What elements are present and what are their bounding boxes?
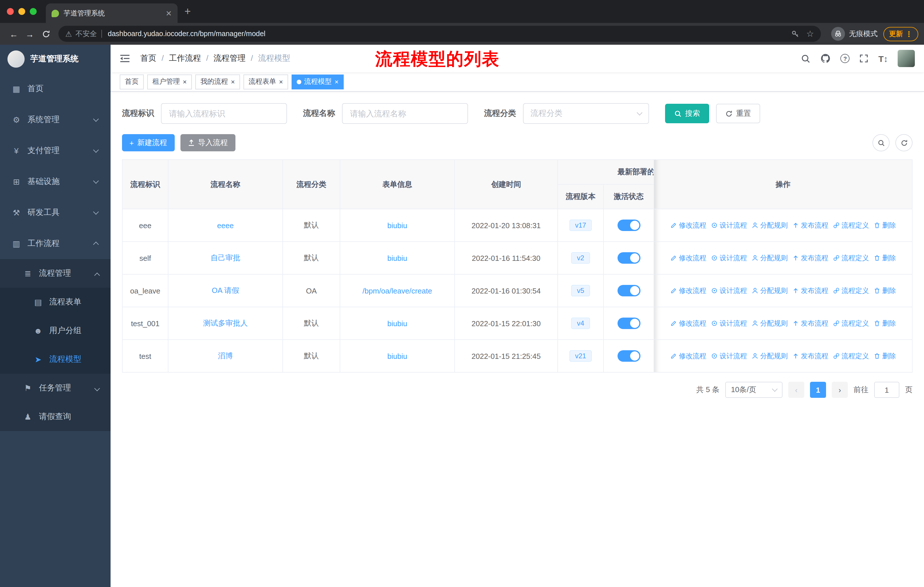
action-design[interactable]: 设计流程: [711, 351, 747, 361]
bookmark-star-icon[interactable]: ☆: [806, 29, 814, 39]
toggle-search-button[interactable]: [873, 134, 889, 151]
action-assign-rule[interactable]: 分配规则: [752, 318, 788, 328]
breadcrumb-process-manage[interactable]: 流程管理: [214, 53, 258, 64]
process-category-select[interactable]: 流程分类: [523, 103, 649, 124]
tag-close-icon[interactable]: ×: [279, 78, 283, 85]
action-delete[interactable]: 删除: [874, 318, 896, 328]
action-publish[interactable]: 发布流程: [792, 253, 828, 263]
process-name-link[interactable]: OA 请假: [212, 286, 239, 294]
import-process-button[interactable]: 导入流程: [180, 134, 235, 151]
action-modify[interactable]: 修改流程: [670, 286, 706, 296]
tag-tenant[interactable]: 租户管理×: [147, 74, 192, 89]
action-publish[interactable]: 发布流程: [792, 351, 828, 361]
page-size-select[interactable]: 10条/页: [725, 382, 782, 398]
browser-menu-icon[interactable]: ⋮: [905, 30, 912, 38]
fullscreen-button[interactable]: [860, 54, 869, 63]
sidebar-item-payment[interactable]: ¥支付管理: [0, 135, 111, 166]
sidebar-item-process-manage[interactable]: ≣流程管理: [0, 259, 111, 288]
active-toggle[interactable]: [617, 220, 640, 231]
action-definition[interactable]: 流程定义: [833, 318, 869, 328]
sidebar-item-workflow[interactable]: ▥工作流程: [0, 228, 111, 259]
tag-process-model[interactable]: 流程模型×: [292, 74, 344, 89]
password-key-icon[interactable]: [791, 30, 799, 38]
next-page-button[interactable]: ›: [832, 382, 848, 398]
zoom-window-button[interactable]: [30, 8, 37, 15]
action-modify[interactable]: 修改流程: [670, 253, 706, 263]
minimize-window-button[interactable]: [18, 8, 25, 15]
form-info-link[interactable]: biubiu: [387, 254, 407, 262]
action-assign-rule[interactable]: 分配规则: [752, 286, 788, 296]
tag-process-form[interactable]: 流程表单×: [243, 74, 288, 89]
tag-home[interactable]: 首页: [120, 74, 144, 89]
tag-close-icon[interactable]: ×: [335, 78, 338, 85]
sidebar-toggle-button[interactable]: [120, 54, 130, 63]
sidebar-item-infrastructure[interactable]: ⊞基础设施: [0, 166, 111, 197]
action-delete[interactable]: 删除: [874, 220, 896, 230]
action-modify[interactable]: 修改流程: [670, 318, 706, 328]
breadcrumb-workflow[interactable]: 工作流程: [169, 53, 214, 64]
process-id-input[interactable]: [161, 103, 287, 124]
action-assign-rule[interactable]: 分配规则: [752, 253, 788, 263]
refresh-table-button[interactable]: [895, 134, 912, 151]
action-design[interactable]: 设计流程: [711, 318, 747, 328]
sidebar-item-process-form[interactable]: ▤流程表单: [0, 288, 111, 316]
action-definition[interactable]: 流程定义: [833, 351, 869, 361]
sidebar-item-process-model[interactable]: ➤流程模型: [0, 345, 111, 374]
process-name-link[interactable]: 滔博: [218, 351, 233, 360]
action-assign-rule[interactable]: 分配规则: [752, 220, 788, 230]
action-publish[interactable]: 发布流程: [792, 220, 828, 230]
form-info-link[interactable]: biubiu: [387, 319, 407, 327]
tab-close-icon[interactable]: ✕: [165, 9, 172, 18]
tag-close-icon[interactable]: ×: [231, 78, 235, 85]
action-modify[interactable]: 修改流程: [670, 220, 706, 230]
form-info-link[interactable]: /bpm/oa/leave/create: [363, 286, 432, 295]
browser-tab[interactable]: 芋道管理系统 ✕: [46, 3, 178, 23]
action-design[interactable]: 设计流程: [711, 253, 747, 263]
sidebar-item-user-group[interactable]: ☻用户分组: [0, 316, 111, 345]
action-modify[interactable]: 修改流程: [670, 351, 706, 361]
process-name-input[interactable]: [342, 103, 468, 124]
form-info-link[interactable]: biubiu: [387, 352, 407, 360]
header-search-button[interactable]: [801, 54, 811, 63]
new-tab-button[interactable]: +: [185, 5, 191, 18]
sidebar-item-system[interactable]: ⚙系统管理: [0, 104, 111, 135]
search-button[interactable]: 搜索: [665, 104, 709, 123]
goto-page-input[interactable]: [874, 382, 899, 398]
active-toggle[interactable]: [617, 252, 640, 264]
action-delete[interactable]: 删除: [874, 286, 896, 296]
address-bar[interactable]: ⚠ 不安全 dashboard.yudao.iocoder.cn/bpm/man…: [58, 26, 821, 42]
github-link-button[interactable]: [821, 53, 831, 64]
action-publish[interactable]: 发布流程: [792, 318, 828, 328]
action-delete[interactable]: 删除: [874, 351, 896, 361]
form-info-link[interactable]: biubiu: [387, 221, 407, 230]
sidebar-item-home[interactable]: ▦首页: [0, 73, 111, 104]
prev-page-button[interactable]: ‹: [788, 382, 804, 398]
action-design[interactable]: 设计流程: [711, 220, 747, 230]
create-process-button[interactable]: + 新建流程: [122, 134, 175, 151]
action-definition[interactable]: 流程定义: [833, 286, 869, 296]
action-definition[interactable]: 流程定义: [833, 220, 869, 230]
forward-button[interactable]: →: [22, 26, 38, 42]
active-toggle[interactable]: [617, 285, 640, 296]
tag-my-process[interactable]: 我的流程×: [195, 74, 240, 89]
action-publish[interactable]: 发布流程: [792, 286, 828, 296]
sidebar-item-leave-query[interactable]: ♟请假查询: [0, 402, 111, 431]
page-1-button[interactable]: 1: [810, 382, 826, 398]
sidebar-item-devtools[interactable]: ⚒研发工具: [0, 197, 111, 228]
sidebar-item-task-manage[interactable]: ⚑任务管理: [0, 374, 111, 402]
process-name-link[interactable]: 测试多审批人: [203, 319, 248, 327]
action-assign-rule[interactable]: 分配规则: [752, 351, 788, 361]
action-delete[interactable]: 删除: [874, 253, 896, 263]
breadcrumb-home[interactable]: 首页: [140, 53, 169, 64]
reset-button[interactable]: 重置: [716, 104, 760, 123]
process-name-link[interactable]: 自己审批: [211, 253, 240, 262]
user-avatar[interactable]: [898, 50, 915, 67]
action-definition[interactable]: 流程定义: [833, 253, 869, 263]
close-window-button[interactable]: [7, 8, 14, 15]
active-toggle[interactable]: [617, 317, 640, 329]
back-button[interactable]: ←: [6, 26, 22, 42]
help-icon[interactable]: ?: [841, 54, 850, 63]
process-name-link[interactable]: eeee: [217, 221, 234, 230]
reload-button[interactable]: [38, 26, 54, 42]
browser-update-button[interactable]: 更新 ⋮: [883, 26, 918, 41]
